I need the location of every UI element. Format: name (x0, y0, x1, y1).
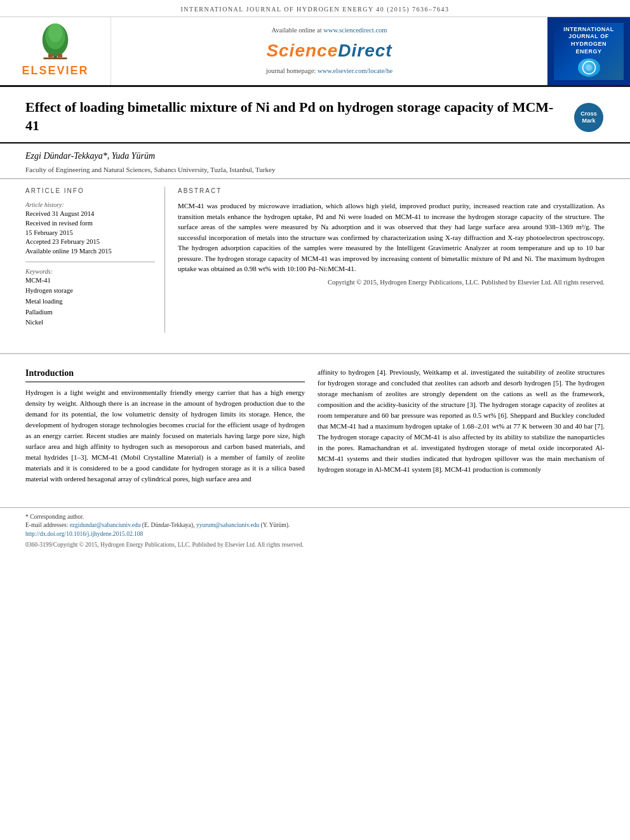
svg-rect-6 (58, 54, 62, 58)
introduction-text-left: Hydrogen is a light weight and environme… (25, 387, 305, 484)
keywords-label: Keywords: (25, 267, 155, 276)
issn-text: 0360-3199/Copyright © 2015, Hydrogen Ene… (25, 541, 605, 549)
svg-rect-5 (48, 54, 53, 58)
crossmark-badge: Cross Mark (573, 102, 605, 133)
elsevier-logo-area: ELSEVIER (0, 17, 111, 85)
journal-header: INTERNATIONAL JOURNAL OF HYDROGEN ENERGY… (0, 0, 630, 17)
email-link-1[interactable]: ezgidundar@sabanciuniv.edu (70, 522, 141, 528)
elsevier-brand-text: ELSEVIER (22, 63, 88, 79)
journal-cover-image: International Journal ofHYDROGENENERGY (554, 23, 624, 80)
journal-homepage-line: journal homepage: www.elsevier.com/locat… (266, 67, 392, 76)
article-info-abstract: ARTICLE INFO Article history: Received 3… (0, 178, 630, 340)
keyword-3: Metal loading (25, 297, 155, 307)
banner: ELSEVIER Available online at www.science… (0, 17, 630, 87)
available-online-line: Available online at www.sciencedirect.co… (272, 26, 387, 36)
journal-cover-decoration (578, 58, 600, 76)
title-section: Effect of loading bimetallic mixture of … (0, 87, 630, 143)
email-line: E-mail addresses: ezgidundar@sabanciuniv… (25, 521, 605, 530)
authors-text: Ezgi Dündar-Tekkaya*, Yuda Yürüm (25, 150, 605, 163)
svg-rect-1 (44, 57, 67, 59)
elsevier-tree-icon (17, 23, 93, 62)
sciencedirect-logo: ScienceDirect (266, 38, 392, 63)
keywords-list: MCM-41Hydrogen storageMetal loadingPalla… (25, 276, 155, 328)
history-label: Article history: (25, 201, 155, 210)
introduction-text-right: affinity to hydrogen [4]. Previously, We… (318, 367, 605, 475)
revised-label: Received in revised form (25, 219, 155, 229)
keyword-4: Palladium (25, 308, 155, 317)
abstract-copyright: Copyright © 2015, Hydrogen Energy Public… (178, 278, 605, 288)
abstract-text: MCM-41 was produced by microwave irradia… (178, 201, 605, 274)
journal-cover-area: International Journal ofHYDROGENENERGY (547, 17, 630, 85)
journal-homepage-link[interactable]: www.elsevier.com/locate/he (318, 67, 392, 74)
authors-section: Ezgi Dündar-Tekkaya*, Yuda Yürüm Faculty… (0, 143, 630, 178)
keyword-2: Hydrogen storage (25, 286, 155, 296)
keyword-5: Nickel (25, 318, 155, 328)
introduction-col-right: affinity to hydrogen [4]. Previously, We… (318, 367, 605, 488)
abstract-heading: ABSTRACT (178, 187, 605, 196)
svg-text:Mark: Mark (582, 117, 596, 124)
journal-header-text: INTERNATIONAL JOURNAL OF HYDROGEN ENERGY… (180, 6, 449, 13)
keywords-section: Keywords: MCM-41Hydrogen storageMetal lo… (25, 267, 155, 328)
page-footer: * Corresponding author. E-mail addresses… (0, 507, 630, 554)
main-content: Introduction Hydrogen is a light weight … (0, 353, 630, 501)
abstract-panel: ABSTRACT MCM-41 was produced by microwav… (178, 187, 605, 333)
article-info-panel: ARTICLE INFO Article history: Received 3… (25, 187, 165, 333)
accepted-date: Accepted 23 February 2015 (25, 237, 155, 247)
email-link-2[interactable]: yyurum@sabanciuniv.edu (196, 522, 259, 528)
introduction-col-left: Introduction Hydrogen is a light weight … (25, 367, 305, 488)
article-info-heading: ARTICLE INFO (25, 187, 155, 196)
banner-center: Available online at www.sciencedirect.co… (111, 17, 547, 85)
keyword-1: MCM-41 (25, 276, 155, 286)
doi-line: http://dx.doi.org/10.1016/j.ijhydene.201… (25, 530, 605, 538)
article-title: Effect of loading bimetallic mixture of … (25, 98, 566, 135)
footnote-corresponding: * Corresponding author. E-mail addresses… (25, 513, 605, 538)
sciencedirect-url-link[interactable]: www.sciencedirect.com (323, 27, 387, 34)
svg-text:Cross: Cross (580, 110, 597, 117)
revised-date: 15 February 2015 (25, 229, 155, 238)
info-divider (25, 262, 155, 262)
article-history: Article history: Received 31 August 2014… (25, 201, 155, 256)
svg-point-4 (48, 23, 62, 43)
received-date: Received 31 August 2014 (25, 210, 155, 219)
svg-point-8 (586, 64, 592, 70)
doi-link[interactable]: http://dx.doi.org/10.1016/j.ijhydene.201… (25, 531, 143, 537)
introduction-heading: Introduction (25, 367, 305, 382)
available-date: Available online 19 March 2015 (25, 247, 155, 257)
affiliation-text: Faculty of Engineering and Natural Scien… (25, 165, 605, 175)
